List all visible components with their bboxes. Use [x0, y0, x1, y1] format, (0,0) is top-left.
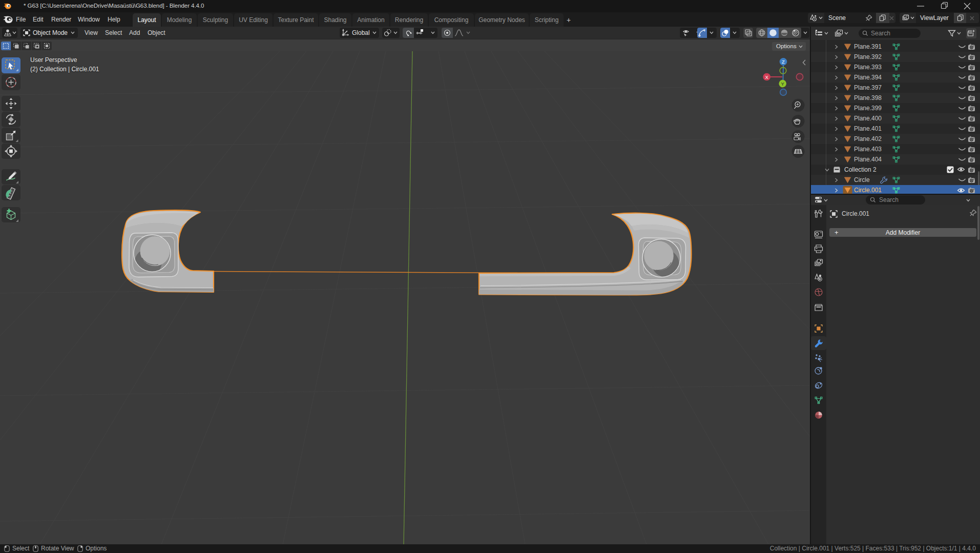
svg-text:X: X	[765, 74, 769, 80]
svg-text:Z: Z	[782, 59, 785, 65]
svg-text:Y: Y	[781, 81, 785, 87]
